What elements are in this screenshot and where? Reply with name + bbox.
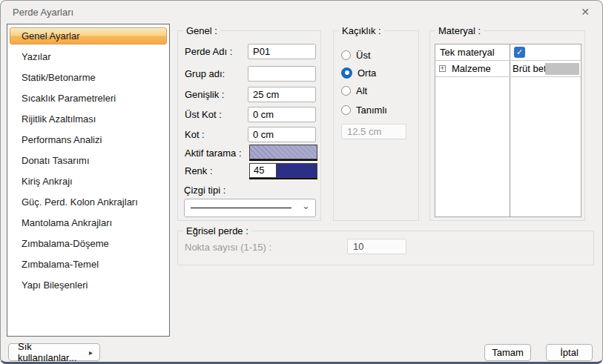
renk-number[interactable]: 45 — [250, 164, 277, 177]
sidebar-item-yazilar[interactable]: Yazılar — [7, 47, 169, 67]
table-row-tek-materyal: Tek materyal ✓ — [435, 44, 581, 61]
sidebar-item-statik-betonarme[interactable]: Statik/Betonarme — [7, 67, 169, 88]
aktif-tarama-label: Aktif tarama : — [185, 148, 242, 159]
radio-orta-circle[interactable] — [341, 67, 352, 79]
radio-ust-circle[interactable] — [341, 50, 351, 60]
tanimli-value-input — [341, 124, 406, 139]
sidebar-item-genel-ayarlar[interactable]: Genel Ayarlar — [10, 27, 167, 44]
egrisel-legend: Eğrisel perde : — [183, 225, 251, 236]
sik-kullanilanlar-label: Sık kullanılanlar... — [18, 341, 89, 363]
radio-tanimli-label: Tanımlı — [356, 105, 387, 116]
renk-picker[interactable]: 45 — [249, 163, 317, 178]
renk-color-swatch[interactable] — [277, 164, 317, 177]
genislik-input[interactable] — [248, 87, 316, 102]
tek-materyal-label: Tek materyal — [440, 47, 495, 58]
chevron-down-icon: ⌄ — [302, 200, 310, 211]
dialog-title: Perde Ayarları — [13, 7, 73, 18]
titlebar: Perde Ayarları ✕ — [1, 1, 602, 23]
kot-label: Kot : — [185, 129, 205, 140]
radio-ust[interactable]: Üst — [341, 49, 371, 61]
line-type-preview — [191, 208, 291, 208]
perde-ayarlari-dialog: Perde Ayarları ✕ Genel Ayarlar Yazılar S… — [0, 0, 603, 364]
sidebar-item-guc-perd-kolon-ankrajlari[interactable]: Güç. Perd. Kolon Ankrajları — [7, 192, 169, 213]
radio-tanimli-circle[interactable] — [341, 105, 351, 115]
arrow-right-icon: ▸ — [89, 348, 93, 357]
tek-materyal-checkbox[interactable]: ✓ — [514, 47, 525, 58]
grup-adi-label: Grup adı: — [185, 68, 225, 79]
malzeme-label: Malzeme — [452, 63, 491, 74]
malzeme-swatch[interactable] — [545, 63, 579, 75]
radio-alt[interactable]: Alt — [341, 85, 367, 96]
sidebar-item-kiris-ankraji[interactable]: Kiriş Ankrajı — [7, 171, 169, 192]
kot-input[interactable] — [248, 127, 316, 142]
hatch-pattern-preview — [250, 145, 317, 159]
kaciklik-groupbox: Kaçıklık : Üst Orta Alt Tanımlı — [333, 30, 419, 221]
genel-legend: Genel : — [183, 25, 220, 36]
sik-kullanilanlar-button[interactable]: Sık kullanılanlar... ▸ — [8, 343, 100, 361]
sidebar-item-sicaklik-parametreleri[interactable]: Sıcaklık Parametreleri — [7, 88, 169, 109]
settings-category-list: Genel Ayarlar Yazılar Statik/Betonarme S… — [7, 24, 170, 337]
radio-ust-label: Üst — [356, 50, 371, 61]
sidebar-item-donati-tasarimi[interactable]: Donatı Tasarımı — [7, 150, 169, 171]
aktif-tarama-swatch[interactable] — [249, 145, 317, 159]
perde-adi-input[interactable] — [248, 44, 316, 59]
radio-orta-label: Orta — [357, 67, 376, 79]
radio-orta[interactable]: Orta — [341, 67, 376, 79]
tamam-button[interactable]: Tamam — [484, 344, 531, 361]
sidebar-item-zimbalama-doseme[interactable]: Zımbalama-Döşeme — [7, 234, 169, 254]
iptal-button[interactable]: İptal — [546, 344, 593, 361]
cizgi-tipi-dropdown[interactable]: ⌄ — [184, 199, 316, 217]
radio-alt-label: Alt — [356, 85, 367, 96]
close-icon[interactable]: ✕ — [577, 4, 593, 19]
expand-icon[interactable]: + — [439, 65, 446, 72]
genel-groupbox: Genel : Perde Adı : Grup adı: Genişlik :… — [177, 30, 321, 221]
sidebar-item-yapi-bilesenleri[interactable]: Yapı Bileşenleri — [7, 275, 169, 296]
radio-tanimli[interactable]: Tanımlı — [341, 104, 387, 116]
genislik-label: Genişlik : — [185, 89, 224, 100]
table-row-malzeme: + Malzeme Brüt beton — [435, 61, 581, 77]
sidebar-item-mantolama-ankrajlari[interactable]: Mantolama Ankrajları — [7, 213, 169, 234]
perde-adi-label: Perde Adı : — [185, 46, 232, 57]
grup-adi-input[interactable] — [248, 66, 316, 82]
egrisel-perde-groupbox: Eğrisel perde : Nokta sayısı (1-15) : — [177, 231, 594, 265]
nokta-sayisi-input — [347, 239, 406, 254]
sidebar-item-zimbalama-temel[interactable]: Zımbalama-Temel — [7, 254, 169, 275]
renk-label: Renk : — [185, 165, 213, 176]
sidebar-item-rijitlik-azaltilmasi[interactable]: Rijitlik Azaltılması — [7, 109, 169, 130]
materyal-groupbox: Materyal : Tek materyal ✓ + Malzeme Brüt… — [429, 30, 585, 221]
radio-alt-circle[interactable] — [341, 86, 351, 96]
nokta-sayisi-label: Nokta sayısı (1-15) : — [185, 242, 271, 253]
ust-kot-input[interactable] — [248, 107, 316, 122]
cizgi-tipi-label: Çizgi tipi : — [184, 185, 225, 196]
materyal-legend: Materyal : — [435, 25, 484, 36]
ust-kot-label: Üst Kot : — [185, 109, 222, 120]
materyal-table: Tek materyal ✓ + Malzeme Brüt beton — [435, 44, 581, 217]
sidebar-item-performans-analizi[interactable]: Performans Analizi — [7, 130, 169, 150]
kaciklik-legend: Kaçıklık : — [339, 25, 384, 36]
